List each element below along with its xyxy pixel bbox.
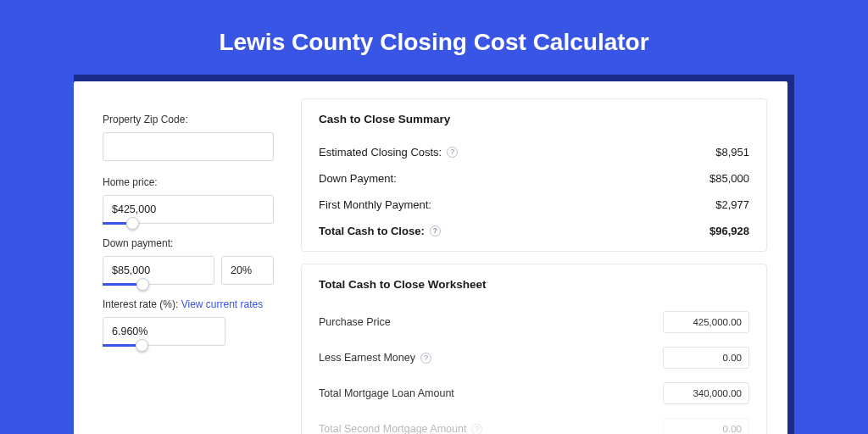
worksheet-row-label: Purchase Price (319, 316, 391, 328)
interest-field: Interest rate (%): View current rates (103, 298, 274, 346)
summary-row: Estimated Closing Costs: ? $8,951 (319, 139, 749, 165)
worksheet-row-label: Total Second Mortgage Amount (319, 423, 466, 434)
view-rates-link[interactable]: View current rates (181, 298, 264, 310)
card-shadow: Property Zip Code: Home price: Down paym… (74, 75, 794, 434)
calculator-card: Property Zip Code: Home price: Down paym… (74, 81, 787, 434)
summary-row-label: Estimated Closing Costs: (319, 146, 442, 159)
worksheet-row-value[interactable]: 425,000.00 (663, 311, 749, 333)
zip-field: Property Zip Code: (103, 114, 274, 161)
worksheet-row: Total Mortgage Loan Amount 340,000.00 (319, 376, 749, 411)
zip-label: Property Zip Code: (103, 114, 274, 125)
summary-row-value: $85,000 (709, 172, 749, 185)
down-payment-label: Down payment: (103, 237, 274, 249)
summary-panel: Cash to Close Summary Estimated Closing … (301, 98, 767, 252)
summary-heading: Cash to Close Summary (319, 113, 749, 125)
help-icon[interactable]: ? (471, 424, 482, 435)
summary-total-row: Total Cash to Close: ? $96,928 (319, 218, 749, 244)
summary-row-value: $8,951 (715, 146, 749, 159)
summary-total-value: $96,928 (709, 225, 749, 237)
down-payment-input[interactable] (103, 256, 214, 285)
slider-thumb-icon[interactable] (136, 278, 149, 291)
summary-row-value: $2,977 (715, 198, 749, 211)
help-icon[interactable]: ? (447, 147, 458, 158)
slider-thumb-icon[interactable] (136, 339, 148, 352)
zip-input[interactable] (103, 132, 274, 161)
help-icon[interactable]: ? (420, 353, 431, 364)
help-icon[interactable]: ? (430, 225, 441, 236)
interest-input[interactable] (103, 317, 225, 346)
down-payment-percent-input[interactable] (221, 256, 274, 285)
worksheet-row: Less Earnest Money ? 0.00 (319, 340, 749, 376)
summary-row: Down Payment: $85,000 (319, 165, 749, 192)
worksheet-heading: Total Cash to Close Worksheet (319, 278, 749, 291)
summary-row: First Monthly Payment: $2,977 (319, 192, 749, 218)
interest-label-text: Interest rate (%): (103, 298, 178, 310)
worksheet-row: Total Second Mortgage Amount ? 0.00 (319, 411, 749, 434)
home-price-field: Home price: (103, 176, 274, 224)
worksheet-row: Purchase Price 425,000.00 (319, 304, 749, 340)
worksheet-row-value[interactable]: 340,000.00 (663, 382, 749, 404)
worksheet-panel: Total Cash to Close Worksheet Purchase P… (301, 264, 767, 434)
worksheet-row-label: Less Earnest Money (319, 352, 415, 364)
summary-row-label: Down Payment: (319, 172, 397, 185)
down-payment-field: Down payment: (103, 237, 274, 285)
inputs-column: Property Zip Code: Home price: Down paym… (74, 81, 294, 368)
worksheet-row-value[interactable]: 0.00 (663, 347, 749, 369)
home-price-label: Home price: (103, 176, 274, 188)
worksheet-row-label: Total Mortgage Loan Amount (319, 387, 454, 399)
slider-thumb-icon[interactable] (126, 217, 139, 230)
worksheet-row-value[interactable]: 0.00 (663, 418, 749, 434)
summary-total-label: Total Cash to Close: (319, 225, 425, 237)
interest-label: Interest rate (%): View current rates (103, 298, 274, 310)
results-column: Cash to Close Summary Estimated Closing … (294, 81, 787, 434)
summary-row-label: First Monthly Payment: (319, 198, 431, 211)
page-title: Lewis County Closing Cost Calculator (0, 0, 868, 75)
